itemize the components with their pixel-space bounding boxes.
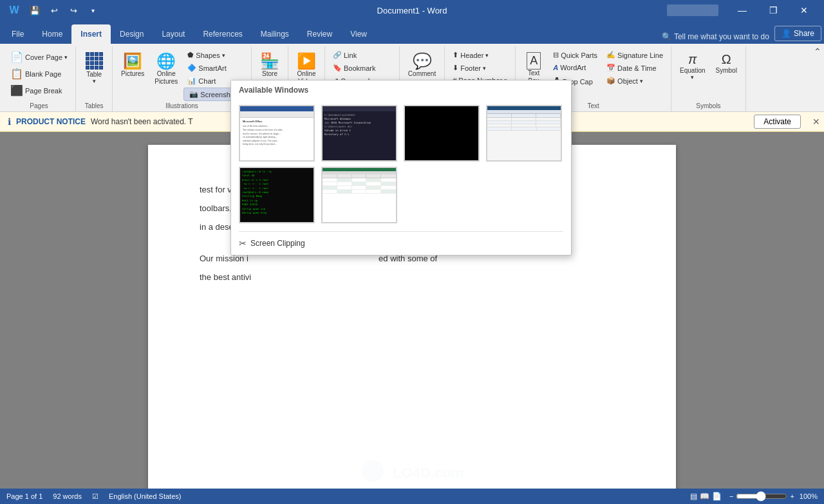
title-bar-left: W 💾 ↩ ↪ ▾ xyxy=(5,1,100,19)
zoom-out-button[interactable]: − xyxy=(729,492,733,500)
text-label: Text xyxy=(587,101,599,111)
tables-group: Table ▾ Tables xyxy=(76,46,113,111)
footer-button[interactable]: ⬇ Footer ▾ xyxy=(449,62,511,74)
tab-view[interactable]: View xyxy=(341,24,376,44)
text-box-icon: A xyxy=(527,52,541,70)
pages-group-content: 📄 Cover Page ▾ 📋 Blank Page ⬛ Page Break xyxy=(6,48,71,101)
search-placeholder[interactable]: Tell me what you want to do xyxy=(674,32,769,41)
shapes-button[interactable]: ⬟ Shapes ▾ xyxy=(183,49,247,61)
language: English (United States) xyxy=(109,492,182,500)
tab-file[interactable]: File xyxy=(3,24,33,44)
shapes-icon: ⬟ xyxy=(187,51,194,59)
signature-line-button[interactable]: ✍ Signature Line xyxy=(603,49,667,61)
wordart-button[interactable]: A WordArt xyxy=(549,62,601,73)
ribbon-collapse-button[interactable]: ⌃ xyxy=(814,46,821,57)
share-button[interactable]: 👤 Share xyxy=(774,26,821,41)
thumbnail-2[interactable]: C:\Windows\system32> Microsoft Windows (… xyxy=(321,105,397,162)
tab-review[interactable]: Review xyxy=(298,24,341,44)
dropdown-title: Available Windows xyxy=(231,80,571,100)
screen-clipping-button[interactable]: ✂ Screen Clipping xyxy=(231,232,571,255)
title-bar: W 💾 ↩ ↪ ▾ Document1 - Word — ❒ ✕ xyxy=(0,0,824,21)
window-title: Document1 - Word xyxy=(377,6,447,15)
header-button[interactable]: ⬆ Header ▾ xyxy=(449,49,511,61)
customize-qat-button[interactable]: ▾ xyxy=(85,3,100,18)
thumbnail-4[interactable] xyxy=(486,105,562,162)
tab-references[interactable]: References xyxy=(194,24,251,44)
smartart-button[interactable]: 🔷 SmartArt xyxy=(183,62,247,74)
close-button[interactable]: ✕ xyxy=(789,0,819,21)
quick-parts-button[interactable]: ⊟ Quick Parts xyxy=(549,49,601,61)
notice-close-button[interactable]: ✕ xyxy=(812,117,820,127)
word-icon: W xyxy=(5,1,23,19)
notice-icon: ℹ xyxy=(8,117,11,127)
table-button[interactable]: Table ▾ xyxy=(80,49,108,88)
restore-button[interactable]: ❒ xyxy=(758,0,788,21)
screen-clipping-label: Screen Clipping xyxy=(250,239,305,248)
view-normal-button[interactable]: ▤ xyxy=(690,492,697,501)
page-break-button[interactable]: ⬛ Page Break xyxy=(6,82,71,98)
check-icon: ☑ xyxy=(92,492,98,501)
cover-page-button[interactable]: 📄 Cover Page ▾ xyxy=(6,49,71,65)
status-right: ▤ 📖 📄 − + 100% xyxy=(690,491,818,501)
store-button[interactable]: 🏪 Store xyxy=(256,49,284,80)
online-video-icon: ▶️ xyxy=(297,52,316,70)
object-button[interactable]: 📦 Object ▾ xyxy=(603,75,667,87)
pages-label: Pages xyxy=(30,101,48,111)
table-icon xyxy=(86,52,103,70)
tab-mailings[interactable]: Mailings xyxy=(252,24,298,44)
tab-home[interactable]: Home xyxy=(33,24,71,44)
clipping-icon: ✂ xyxy=(239,238,247,248)
equation-dropdown-icon: ▾ xyxy=(691,74,694,80)
comment-button[interactable]: 💬 Comment xyxy=(404,49,440,80)
doc-content-5: the best antivi xyxy=(200,271,624,285)
pictures-button[interactable]: 🖼️ Pictures xyxy=(117,49,149,80)
signature-line-icon: ✍ xyxy=(606,51,615,59)
page-info: Page 1 of 1 xyxy=(6,492,42,500)
screenshot-icon: 📷 xyxy=(189,90,198,98)
symbols-label: Symbols xyxy=(696,101,720,111)
page-break-icon: ⬛ xyxy=(10,84,23,97)
online-pictures-button[interactable]: 🌐 OnlinePictures xyxy=(150,49,182,89)
cover-page-dropdown-icon: ▾ xyxy=(64,54,68,61)
object-dropdown-icon: ▾ xyxy=(640,78,643,84)
status-bar: Page 1 of 1 92 words ☑ English (United S… xyxy=(0,489,824,504)
view-read-button[interactable]: 📖 xyxy=(700,492,709,501)
illustrations-group-content: 🖼️ Pictures 🌐 OnlinePictures ⬟ Shapes ▾ … xyxy=(117,48,247,101)
watermark: 🔵 LO4D.com xyxy=(360,443,464,489)
tab-insert[interactable]: Insert xyxy=(71,24,111,44)
save-qat-button[interactable]: 💾 xyxy=(27,3,42,18)
tables-group-content: Table ▾ xyxy=(80,48,108,101)
blank-page-button[interactable]: 📋 Blank Page xyxy=(6,66,71,82)
thumbnail-5[interactable]: root@kali:~# ls -la total 48 drwxr-xr-x … xyxy=(239,167,315,223)
header-icon: ⬆ xyxy=(453,51,458,59)
view-print-button[interactable]: 📄 xyxy=(712,492,722,501)
date-time-button[interactable]: 📅 Date & Time xyxy=(603,62,667,74)
activate-button[interactable]: Activate xyxy=(754,115,801,129)
redo-qat-button[interactable]: ↪ xyxy=(66,3,81,18)
thumbnail-6[interactable] xyxy=(321,167,397,223)
thumbnail-1[interactable]: Microsoft Office one of the best solutio… xyxy=(239,105,315,162)
symbol-button[interactable]: Ω Symbol xyxy=(711,49,742,77)
illustrations-label: Illustrations xyxy=(165,101,198,111)
blank-page-icon: 📋 xyxy=(10,68,23,80)
ribbon-tab-bar: File Home Insert Design Layout Reference… xyxy=(0,21,824,44)
zoom-in-button[interactable]: + xyxy=(790,492,794,500)
tab-design[interactable]: Design xyxy=(111,24,153,44)
bookmark-icon: 🔖 xyxy=(333,64,342,72)
minimize-button[interactable]: — xyxy=(727,0,757,21)
undo-qat-button[interactable]: ↩ xyxy=(46,3,62,18)
thumbnail-3[interactable] xyxy=(404,105,480,162)
tab-layout[interactable]: Layout xyxy=(153,24,194,44)
symbol-icon: Ω xyxy=(722,52,731,67)
online-pictures-icon: 🌐 xyxy=(156,52,176,70)
link-button[interactable]: 🔗 Link xyxy=(329,49,395,61)
date-time-icon: 📅 xyxy=(606,64,615,72)
wordart-icon: A xyxy=(553,64,558,71)
zoom-level: 100% xyxy=(800,492,818,500)
share-person-icon: 👤 xyxy=(782,29,791,38)
bookmark-button[interactable]: 🔖 Bookmark xyxy=(329,62,395,74)
comment-icon: 💬 xyxy=(413,52,432,70)
footer-icon: ⬇ xyxy=(453,64,458,72)
zoom-slider[interactable] xyxy=(736,491,787,501)
equation-button[interactable]: π Equation ▾ xyxy=(675,49,709,84)
